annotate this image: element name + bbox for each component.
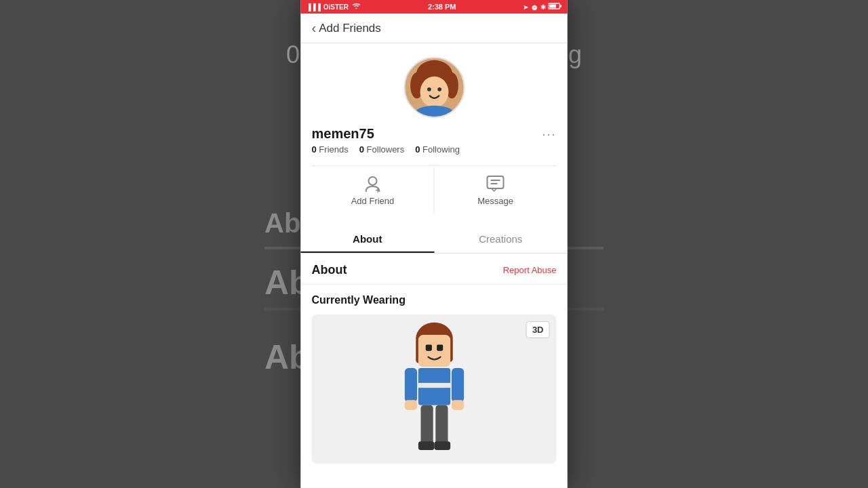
currently-wearing-section: Currently Wearing xyxy=(301,285,568,473)
svg-text:+: + xyxy=(376,186,380,193)
message-button[interactable]: Message xyxy=(435,166,557,214)
currently-wearing-title: Currently Wearing xyxy=(312,294,557,306)
svg-rect-30 xyxy=(418,441,434,450)
svg-rect-27 xyxy=(451,400,463,410)
tab-content: About Report Abuse Currently Wearing xyxy=(301,253,568,488)
followers-label: Followers xyxy=(367,144,405,155)
profile-info-row: memen75 ··· xyxy=(312,126,557,142)
add-friend-button[interactable]: + Add Friend xyxy=(312,166,435,214)
stats-row: 0 Friends 0 Followers 0 Following xyxy=(312,144,557,155)
about-header: About Report Abuse xyxy=(301,253,568,285)
svg-rect-2 xyxy=(560,5,561,7)
svg-point-7 xyxy=(420,77,448,108)
phone-modal: ▐▐▐ OiSTER 2:38 PM ➤ ⏰ ✱ xyxy=(301,0,568,488)
alarm-icon: ⏰ xyxy=(530,3,538,11)
avatar-display: 3D xyxy=(312,314,557,464)
tabs-container: About Creations xyxy=(301,225,568,253)
battery-icon xyxy=(548,3,561,11)
wifi-icon xyxy=(351,3,361,11)
svg-rect-29 xyxy=(435,405,448,445)
svg-rect-24 xyxy=(404,368,416,402)
followers-stat: 0 Followers xyxy=(359,144,404,155)
3d-badge[interactable]: 3D xyxy=(526,321,550,338)
svg-rect-21 xyxy=(437,345,443,351)
status-right: ➤ ⏰ ✱ xyxy=(523,3,561,11)
action-buttons: + Add Friend Message xyxy=(312,165,557,214)
svg-rect-31 xyxy=(434,441,450,450)
svg-rect-19 xyxy=(418,335,450,367)
svg-rect-28 xyxy=(420,405,433,445)
friends-count: 0 xyxy=(312,144,317,155)
svg-point-9 xyxy=(437,87,441,92)
friends-label: Friends xyxy=(319,144,348,155)
friends-stat: 0 Friends xyxy=(312,144,349,155)
svg-rect-23 xyxy=(418,383,450,388)
carrier-name: OiSTER xyxy=(323,3,349,11)
profile-card: memen75 ··· 0 Friends 0 Followers 0 Foll… xyxy=(301,43,568,225)
bluetooth-icon: ✱ xyxy=(540,3,546,11)
svg-point-8 xyxy=(427,87,431,92)
svg-rect-13 xyxy=(488,176,504,188)
svg-rect-1 xyxy=(549,5,556,8)
back-chevron-icon: ‹ xyxy=(312,20,317,36)
location-icon: ➤ xyxy=(523,3,528,11)
svg-rect-25 xyxy=(451,368,463,402)
message-icon xyxy=(486,174,505,193)
following-count: 0 xyxy=(415,144,420,155)
svg-rect-20 xyxy=(425,345,431,351)
report-abuse-link[interactable]: Report Abuse xyxy=(503,265,557,275)
signal-icon: ▐▐▐ xyxy=(307,3,321,11)
svg-point-11 xyxy=(369,177,377,185)
status-time: 2:38 PM xyxy=(428,3,456,11)
username: memen75 xyxy=(312,126,374,142)
nav-bar: ‹ Add Friends xyxy=(301,14,568,43)
more-options-button[interactable]: ··· xyxy=(542,126,556,142)
nav-title: Add Friends xyxy=(319,22,381,35)
following-label: Following xyxy=(422,144,460,155)
following-stat: 0 Following xyxy=(415,144,460,155)
message-label: Message xyxy=(477,196,513,206)
status-bar: ▐▐▐ OiSTER 2:38 PM ➤ ⏰ ✱ xyxy=(301,0,568,14)
add-friend-label: Add Friend xyxy=(351,196,395,206)
avatar xyxy=(403,57,465,118)
back-button[interactable]: ‹ Add Friends xyxy=(312,20,381,36)
svg-rect-26 xyxy=(404,400,416,410)
about-section-title: About xyxy=(312,263,347,277)
avatar-area xyxy=(312,57,557,118)
tab-about[interactable]: About xyxy=(301,225,435,253)
tab-creations[interactable]: Creations xyxy=(434,225,568,253)
status-left: ▐▐▐ OiSTER xyxy=(307,3,361,11)
add-friend-icon: + xyxy=(363,174,382,193)
followers-count: 0 xyxy=(359,144,364,155)
